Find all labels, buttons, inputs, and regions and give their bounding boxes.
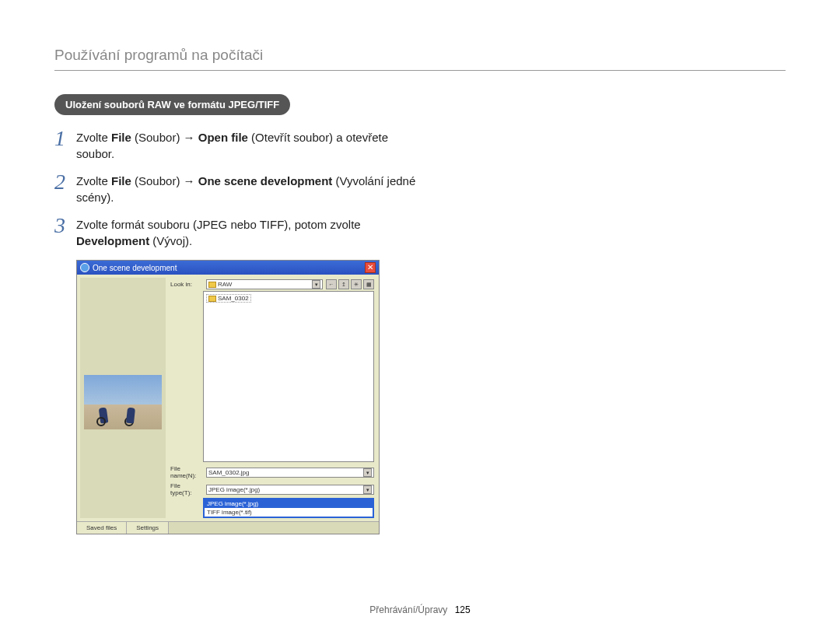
dialog-titlebar: One scene development ✕ [77,261,379,275]
chevron-down-icon[interactable]: ▾ [363,468,372,477]
t-bold: File [111,131,131,144]
lookin-label: Look in: [170,281,203,288]
step-text: Zvolte File (Soubor) → Open file (Otevří… [76,129,420,162]
page-footer: Přehrávání/Úpravy 125 [0,604,840,615]
nav-newfolder-button[interactable]: ✳ [351,279,362,289]
filename-input[interactable]: SAM_0302.jpg ▾ [206,468,374,478]
lookin-combo[interactable]: RAW ▾ [206,279,323,289]
filetype-dropdown[interactable]: JPEG image(*.jpg) TIFF image(*.tif) [203,498,374,518]
step-number: 1 [54,128,76,149]
step-2: 2 Zvolte File (Soubor) → One scene devel… [54,173,420,205]
step-number: 2 [54,171,76,193]
t: (Soubor) → [131,174,198,187]
preview-panel [80,278,166,518]
filetype-option[interactable]: JPEG image(*.jpg) [205,499,373,508]
t: (Soubor) → [131,131,198,144]
nav-up-button[interactable]: ↥ [338,279,349,289]
nav-back-button[interactable]: ← [326,279,337,289]
step-1: 1 Zvolte File (Soubor) → Open file (Otev… [54,129,420,162]
folder-icon [208,282,216,288]
filetype-option[interactable]: TIFF image(*.tif) [205,508,373,517]
nav-view-button[interactable]: ▦ [363,279,374,289]
t: Zvolte [76,174,111,187]
section-pill: Uložení souborů RAW ve formátu JPEG/TIFF [54,94,290,115]
page-title: Používání programů na počítači [54,47,786,71]
filetype-value: JPEG image(*.jpg) [208,486,260,493]
t: Zvolte formát souboru (JPEG nebo TIFF), … [76,218,361,231]
dialog-window: One scene development ✕ Look in: RAW ▾ [76,260,380,534]
step-text: Zvolte File (Soubor) → One scene develop… [76,173,420,205]
file-item-label: SAM_0302 [218,295,249,302]
chevron-down-icon[interactable]: ▾ [312,280,320,289]
file-list[interactable]: SAM_0302 [203,291,374,462]
file-icon [208,296,216,302]
page-number: 125 [455,604,471,615]
close-icon[interactable]: ✕ [365,262,376,273]
tab-saved-files[interactable]: Saved files [77,522,127,534]
step-text: Zvolte formát souboru (JPEG nebo TIFF), … [76,216,420,249]
app-icon [80,263,89,272]
t-bold: One scene development [198,174,333,187]
dialog-title: One scene development [93,264,177,272]
tab-settings[interactable]: Settings [127,522,169,534]
step-3: 3 Zvolte formát souboru (JPEG nebo TIFF)… [54,216,420,249]
t-bold: Development [76,234,149,247]
filename-value: SAM_0302.jpg [208,469,249,476]
chevron-down-icon[interactable]: ▾ [363,485,372,494]
t-bold: File [111,174,131,187]
footer-section: Přehrávání/Úpravy [369,604,447,615]
lookin-value: RAW [218,281,232,288]
filetype-combo[interactable]: JPEG image(*.jpg) ▾ [206,485,374,495]
t-bold: Open file [198,131,248,144]
t: (Vývoj). [149,234,192,247]
file-item[interactable]: SAM_0302 [206,294,251,303]
preview-thumbnail [84,375,162,429]
t: Zvolte [76,131,111,144]
filetype-label: File type(T): [170,482,203,496]
step-number: 3 [54,215,76,236]
filename-label: File name(N): [170,465,203,479]
